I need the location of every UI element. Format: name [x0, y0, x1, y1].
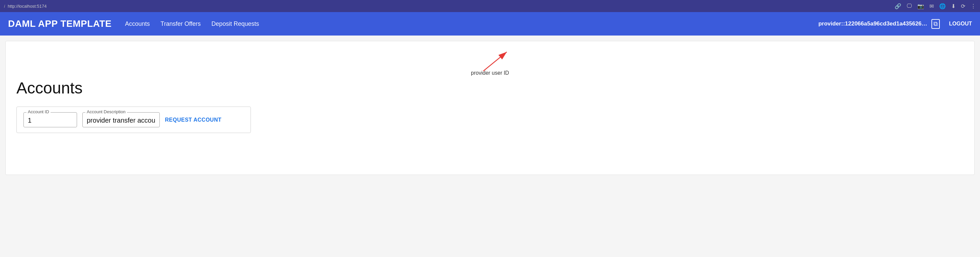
provider-id-text: provider::122066a5a96cd3ed1a435626…	[818, 21, 927, 27]
account-desc-value[interactable]: provider transfer accou	[87, 117, 155, 124]
nav-deposit-requests[interactable]: Deposit Requests	[212, 21, 259, 27]
refresh-icon[interactable]: ⟳	[961, 3, 965, 10]
download-icon[interactable]: ⬇	[951, 3, 956, 10]
account-desc-label: Account Description	[85, 109, 127, 114]
account-form-row: Account ID 1 Account Description provide…	[16, 107, 251, 133]
browser-toolbar-icons: 🔗 🖵 📷 ✉ 🌐 ⬇ ⟳ ⋮	[895, 3, 976, 10]
account-desc-field: Account Description provider transfer ac…	[83, 112, 160, 127]
header-right: provider::122066a5a96cd3ed1a435626… ⧉ LO…	[818, 19, 972, 29]
browser-url-bar: i http://localhost:5174	[4, 4, 46, 9]
browser-bar: i http://localhost:5174 🔗 🖵 📷 ✉ 🌐 ⬇ ⟳ ⋮	[0, 0, 980, 12]
svg-line-1	[483, 52, 507, 71]
annotation-text: provider user ID	[471, 70, 509, 76]
account-id-value[interactable]: 1	[28, 117, 73, 124]
app-title: DAML APP TEMPLATE	[8, 18, 111, 29]
link-icon[interactable]: 🔗	[895, 3, 901, 10]
screenshot-icon[interactable]: 🖵	[907, 3, 912, 9]
url-text: http://localhost:5174	[8, 4, 46, 9]
app-header: DAML APP TEMPLATE Accounts Transfer Offe…	[0, 12, 980, 35]
nav-links: Accounts Transfer Offers Deposit Request…	[125, 21, 805, 27]
menu-icon[interactable]: ⋮	[970, 3, 976, 10]
page-title: Accounts	[16, 79, 964, 97]
main-content: provider user ID Accounts Account ID 1 A…	[5, 41, 975, 175]
logout-button[interactable]: LOGOUT	[949, 21, 972, 27]
camera-icon[interactable]: 📷	[917, 3, 924, 10]
annotation-arrow	[457, 49, 510, 73]
info-icon: i	[4, 4, 5, 9]
copy-icon[interactable]: ⧉	[931, 19, 940, 29]
annotation-area: provider user ID	[16, 49, 964, 76]
mail-icon[interactable]: ✉	[929, 3, 934, 10]
globe-icon[interactable]: 🌐	[939, 3, 946, 10]
account-id-label: Account ID	[27, 109, 51, 114]
account-id-field: Account ID 1	[24, 112, 77, 127]
nav-transfer-offers[interactable]: Transfer Offers	[161, 21, 200, 27]
nav-accounts[interactable]: Accounts	[125, 21, 150, 27]
request-account-button[interactable]: REQUEST ACCOUNT	[165, 117, 222, 123]
